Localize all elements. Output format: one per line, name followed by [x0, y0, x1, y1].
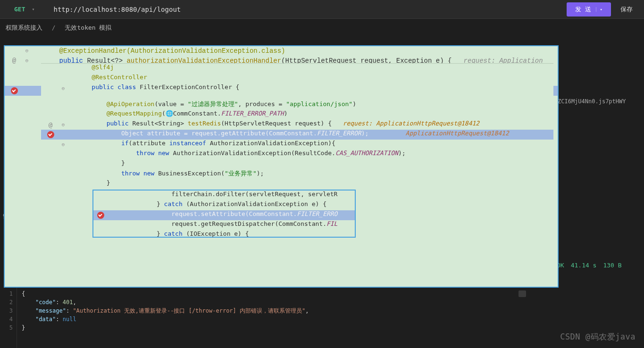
watermark-text: CSDN @码农爱java	[560, 331, 636, 342]
request-top-bar: GET ▾ http://localhost:8080/api/logout 发…	[0, 0, 644, 19]
json-value: null	[63, 316, 76, 323]
code-keyword: throw new	[121, 170, 154, 177]
ide-code-overlay-inner: @Slf4j @RestController ⊖ public class Fi…	[41, 63, 553, 195]
json-brace: }	[22, 324, 25, 331]
response-json[interactable]: { "code": 401, "message": "Authorization…	[17, 288, 309, 348]
code-text: );	[257, 170, 264, 177]
response-status-bar: OK 41.14 s 130 B	[557, 262, 622, 269]
code-keyword: throw new	[136, 149, 169, 157]
code-keyword: catch	[164, 230, 183, 237]
code-text: BusinessException(	[154, 170, 225, 177]
code-text: Object attribute = request.getAttribute(…	[121, 130, 317, 137]
token-value-fragment: ZCI6MjU4Nn0.js7ptHWY	[558, 98, 626, 105]
send-button-label: 发 送	[575, 5, 591, 14]
code-string: "过滤器异常处理"	[188, 100, 238, 108]
code-text: (AuthorizationValidationException e) {	[183, 200, 326, 207]
code-text: (IOException e) {	[183, 230, 249, 237]
chevron-down-icon: ▾	[32, 7, 34, 12]
override-gutter-icon: @	[49, 121, 52, 129]
status-time: 41.14 s	[571, 262, 597, 269]
execution-point-line: request.setAttribute(CommConstant.FILTER…	[93, 210, 355, 220]
status-size: 130 B	[603, 262, 621, 269]
code-constant: FILTER_ERRO	[297, 210, 337, 217]
code-brace: }	[121, 159, 125, 166]
response-body: 12345 { "code": 401, "message": "Authori…	[0, 288, 644, 348]
code-text: request.setAttribute(CommConstant.	[171, 210, 297, 217]
minimap-indicator	[519, 290, 526, 297]
code-brace: }	[107, 179, 110, 186]
breakpoint-icon[interactable]	[11, 87, 18, 94]
code-text: (HttpServletRequest request) {	[221, 120, 332, 127]
code-text: FilterExceptionController {	[136, 83, 239, 91]
code-text: request.getRequestDispatcher(CommConstan…	[171, 220, 326, 227]
code-text: CommConstant.	[173, 110, 221, 117]
json-brace: {	[22, 290, 25, 297]
http-method-label: GET	[14, 6, 25, 13]
code-text: Result<String>	[129, 120, 188, 127]
breadcrumb-item[interactable]: 权限系统接入	[6, 24, 42, 31]
annotation: @RequestMapping	[107, 110, 162, 117]
execution-point-line: Object attribute = request.getAttribute(…	[41, 130, 553, 140]
breadcrumb-separator: /	[52, 24, 56, 31]
json-key-message: "message"	[35, 307, 66, 314]
code-text: (	[162, 110, 166, 117]
code-keyword: public	[107, 120, 129, 127]
annotation: @Slf4j	[92, 64, 114, 71]
annotation: @RestController	[92, 74, 147, 81]
code-keyword: catch	[164, 200, 183, 207]
json-key-data: "data"	[35, 316, 56, 323]
code-text: (attribute	[129, 140, 169, 147]
code-text: );	[361, 130, 369, 137]
code-text: }	[157, 230, 164, 237]
code-text: , produces =	[238, 100, 286, 108]
code-keyword: instanceof	[169, 140, 206, 147]
save-button[interactable]: 保存	[614, 2, 639, 17]
json-value: "Authorization 无效,请重新登录--接口 [/throw-erro…	[73, 307, 305, 314]
code-method: testRedis	[188, 120, 221, 127]
breadcrumb-item[interactable]: 无效token 模拟	[65, 24, 111, 31]
code-text: )	[284, 110, 288, 117]
breadcrumb: 权限系统接入 / 无效token 模拟	[0, 19, 644, 37]
http-method-select[interactable]: GET ▾	[5, 4, 44, 15]
inline-hint: ApplicationHttpRequest@18412	[368, 130, 509, 137]
code-constant: FIL	[326, 220, 337, 227]
code-text: AuthorizationValidationException){	[206, 140, 335, 147]
send-button[interactable]: 发 送 ▾	[567, 2, 611, 17]
override-gutter-icon: @	[12, 56, 16, 66]
ide-code-overlay-deepest: filterChain.doFilter(servletRequest, ser…	[92, 190, 356, 238]
code-text: );	[398, 149, 406, 157]
code-text: filterChain.doFilter(servletRequest, ser…	[171, 191, 337, 198]
code-text: }	[157, 200, 164, 207]
code-text: )	[352, 100, 356, 108]
code-constant: CAS_AUTHORIZATION	[335, 149, 398, 157]
code-text: AuthorizationValidationException(ResultC…	[169, 149, 335, 157]
breakpoint-icon[interactable]	[47, 131, 54, 138]
json-key-code: "code"	[35, 299, 56, 306]
json-value: 401	[63, 299, 73, 306]
code-constant: FILTER_ERROR	[317, 130, 361, 137]
annotation: @ExceptionHandler(AuthorizationValidatio…	[59, 47, 285, 55]
code-text: (value =	[154, 100, 187, 108]
request-url-input[interactable]: http://localhost:8080/api/logout	[54, 6, 567, 13]
code-constant: FILTER_ERROR_PATH	[221, 110, 284, 117]
code-string: "业务异常"	[225, 170, 257, 177]
inline-hint: request: ApplicationHttpRequest@18412	[332, 120, 479, 127]
code-keyword: if	[121, 140, 129, 147]
response-line-gutter: 12345	[0, 288, 17, 348]
annotation: @ApiOperation	[107, 100, 155, 108]
breakpoint-icon[interactable]	[97, 212, 104, 219]
code-keyword: public class	[92, 83, 136, 91]
chevron-down-icon[interactable]: ▾	[596, 7, 602, 12]
code-string: "application/json"	[286, 100, 352, 108]
